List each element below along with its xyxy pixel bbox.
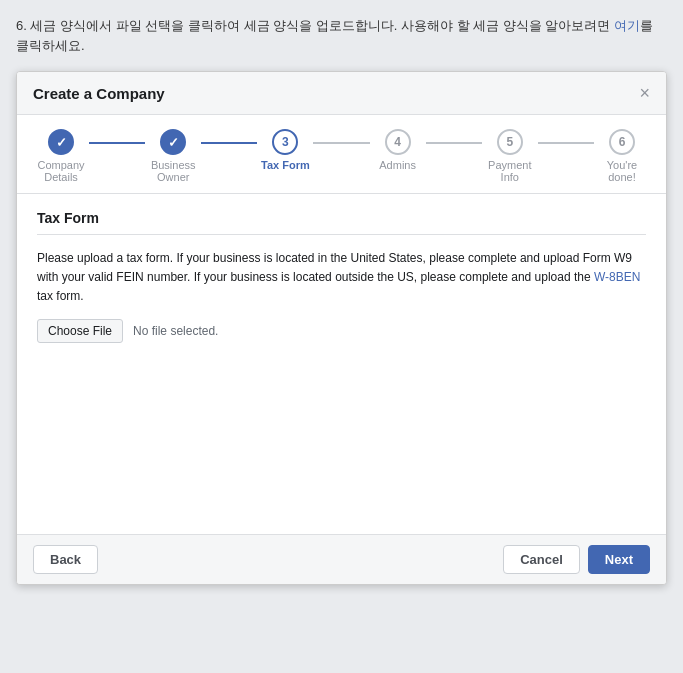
modal-header: Create a Company × (17, 72, 666, 115)
step-circle-5: 5 (497, 129, 523, 155)
step1-check-icon (56, 135, 67, 150)
desc-part2: tax form. (37, 289, 84, 303)
instruction-link[interactable]: 여기 (614, 18, 640, 33)
choose-file-button[interactable]: Choose File (37, 319, 123, 343)
instruction-part1: 6. 세금 양식에서 파일 선택을 클릭하여 세금 양식을 업로드합니다. 사용… (16, 18, 614, 33)
step-circle-1 (48, 129, 74, 155)
footer-right: Cancel Next (503, 545, 650, 574)
step-done: 6 You're done! (594, 129, 650, 183)
modal-close-button[interactable]: × (639, 84, 650, 102)
step-circle-2 (160, 129, 186, 155)
desc-part1: Please upload a tax form. If your busine… (37, 251, 632, 284)
description-text: Please upload a tax form. If your busine… (37, 249, 646, 307)
step-admins: 4 Admins (370, 129, 426, 171)
w8ben-link[interactable]: W-8BEN (594, 270, 640, 284)
step4-label: Admins (379, 159, 416, 171)
connector-3-4 (313, 142, 369, 144)
step2-label: Business Owner (145, 159, 201, 183)
step5-number: 5 (506, 135, 513, 149)
step2-check-icon (168, 135, 179, 150)
step5-label: Payment Info (482, 159, 538, 183)
connector-4-5 (426, 142, 482, 144)
section-title: Tax Form (37, 210, 646, 235)
back-button[interactable]: Back (33, 545, 98, 574)
step6-label: You're done! (594, 159, 650, 183)
step-business-owner: Business Owner (145, 129, 201, 183)
stepper: Company Details Business Owner 3 Tax For… (17, 115, 666, 194)
connector-1-2 (89, 142, 145, 144)
file-upload-row: Choose File No file selected. (37, 319, 646, 343)
step4-number: 4 (394, 135, 401, 149)
next-button[interactable]: Next (588, 545, 650, 574)
cancel-button[interactable]: Cancel (503, 545, 580, 574)
step3-number: 3 (282, 135, 289, 149)
step-company-details: Company Details (33, 129, 89, 183)
modal-footer: Back Cancel Next (17, 534, 666, 584)
step-payment-info: 5 Payment Info (482, 129, 538, 183)
modal-title: Create a Company (33, 85, 165, 102)
step3-label: Tax Form (261, 159, 310, 171)
step-tax-form: 3 Tax Form (257, 129, 313, 171)
modal-body: Tax Form Please upload a tax form. If yo… (17, 194, 666, 534)
connector-2-3 (201, 142, 257, 144)
instruction-text: 6. 세금 양식에서 파일 선택을 클릭하여 세금 양식을 업로드합니다. 사용… (16, 16, 667, 55)
step1-label: Company Details (33, 159, 89, 183)
no-file-label: No file selected. (133, 324, 218, 338)
connector-5-6 (538, 142, 594, 144)
step-circle-3: 3 (272, 129, 298, 155)
step-circle-4: 4 (385, 129, 411, 155)
step-circle-6: 6 (609, 129, 635, 155)
step6-number: 6 (619, 135, 626, 149)
create-company-modal: Create a Company × Company Details Busin… (16, 71, 667, 585)
